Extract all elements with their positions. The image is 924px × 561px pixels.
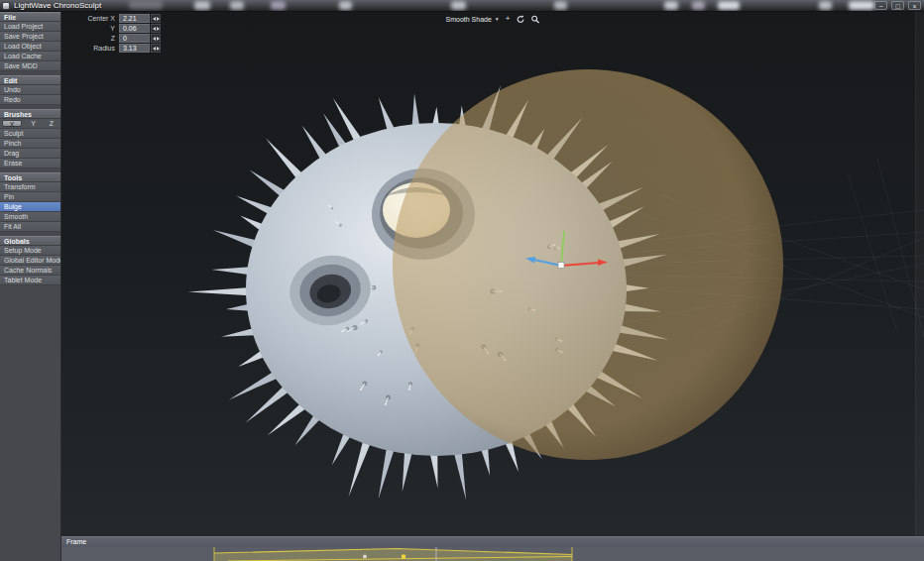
field-label-y: Y (83, 24, 118, 33)
stepper-y[interactable] (151, 24, 161, 33)
chevron-down-icon: ▼ (495, 16, 500, 22)
tool-properties-panel: Center X 2.21 Y 0.06 Z 0 Radius 3.13 (83, 14, 161, 53)
app-icon (2, 2, 10, 10)
section-header-globals: Globals (0, 236, 60, 246)
sidebar-item-smooth[interactable]: Smooth (0, 212, 60, 222)
glass-reflection (230, 1, 244, 10)
shading-mode-label: Smooth Shade (446, 16, 492, 23)
minimize-button[interactable]: − (874, 1, 887, 10)
titlebar: LightWave ChronoSculpt − □ × (0, 0, 924, 12)
axis-button-x[interactable]: X (2, 120, 22, 127)
maximize-button[interactable]: □ (891, 1, 904, 10)
shading-mode-dropdown[interactable]: Smooth Shade ▼ (446, 16, 500, 23)
sidebar-item-load-cache[interactable]: Load Cache (0, 52, 60, 61)
sidebar-item-setup-mode[interactable]: Setup Mode (0, 246, 60, 256)
scene-pufferfish (61, 12, 924, 536)
glass-reflection (849, 1, 874, 10)
sidebar-item-bulge[interactable]: Bulge (0, 202, 60, 212)
window-title: LightWave ChronoSculpt (14, 0, 101, 12)
glass-reflection (339, 1, 352, 10)
field-input-center-x[interactable]: 2.21 (119, 14, 150, 23)
field-input-y[interactable]: 0.06 (119, 24, 150, 33)
field-label-z: Z (83, 34, 118, 43)
sidebar-item-load-object[interactable]: Load Object (0, 42, 60, 52)
sidebar-item-tablet-mode[interactable]: Tablet Mode (0, 276, 60, 285)
glass-reflection (692, 1, 705, 10)
stepper-center-x[interactable] (151, 14, 161, 23)
brush-axis-row: X Y Z (0, 119, 60, 129)
section-header-file: File (0, 12, 60, 22)
zoom-icon[interactable] (530, 15, 539, 24)
sidebar-item-pinch[interactable]: Pinch (0, 139, 60, 149)
sidebar-item-transform[interactable]: Transform (0, 182, 60, 192)
stepper-z[interactable] (151, 34, 161, 43)
glass-reflection (664, 1, 678, 10)
sidebar-item-redo[interactable]: Redo (0, 95, 60, 105)
timeline-key-dot-active[interactable] (402, 554, 405, 558)
sidebar-section-edit: Edit Undo Redo (0, 75, 60, 105)
field-label-center-x: Center X (83, 14, 118, 23)
axis-button-z[interactable]: Z (43, 119, 60, 128)
sidebar: File Load Project Save Project Load Obje… (0, 12, 61, 561)
sidebar-section-globals: Globals Setup Mode Global Editor Mode Ca… (0, 236, 60, 285)
timeline-curve (61, 547, 924, 561)
section-header-tools: Tools (0, 172, 60, 182)
section-header-edit: Edit (0, 75, 60, 85)
glass-reflection (271, 1, 286, 10)
close-button[interactable]: × (908, 1, 921, 10)
orbit-icon[interactable] (516, 15, 524, 24)
field-input-radius[interactable]: 3.13 (119, 44, 150, 53)
sidebar-item-global-editor-mode[interactable]: Global Editor Mode (0, 256, 60, 266)
timeline-strip[interactable] (61, 547, 924, 561)
glass-reflection (718, 1, 740, 10)
sidebar-item-sculpt[interactable]: Sculpt (0, 129, 60, 139)
sidebar-item-cache-normals[interactable]: Cache Normals (0, 266, 60, 276)
sidebar-item-save-mdd[interactable]: Save MDD (0, 61, 60, 71)
stepper-radius[interactable] (151, 44, 161, 53)
glass-reflection (554, 1, 567, 10)
field-label-radius: Radius (83, 44, 118, 53)
window-controls: − □ × (874, 1, 921, 10)
pan-icon[interactable]: + (506, 14, 511, 24)
viewport-scrollbar[interactable] (915, 12, 924, 536)
section-header-brushes: Brushes (0, 109, 60, 119)
glass-reflection (819, 1, 832, 10)
sidebar-item-erase[interactable]: Erase (0, 159, 60, 168)
timeline-key-dot[interactable] (363, 555, 367, 559)
axis-button-y[interactable]: Y (24, 119, 42, 128)
field-input-z[interactable]: 0 (119, 34, 150, 43)
glass-reflection (129, 1, 163, 10)
viewport-3d[interactable]: Center X 2.21 Y 0.06 Z 0 Radius 3.13 Smo… (61, 12, 924, 536)
sidebar-section-tools: Tools Transform Pin Bulge Smooth Fit All (0, 172, 60, 232)
frame-bar: Frame (61, 536, 924, 547)
sidebar-item-load-project[interactable]: Load Project (0, 22, 60, 32)
app-window: LightWave ChronoSculpt − □ × File Load P… (0, 0, 924, 561)
viewport-toolbar: Smooth Shade ▼ + (446, 14, 540, 24)
glass-reflection (194, 1, 210, 10)
glass-reflection (451, 1, 466, 10)
sidebar-section-file: File Load Project Save Project Load Obje… (0, 12, 60, 71)
sidebar-item-undo[interactable]: Undo (0, 85, 60, 95)
sidebar-section-brushes: Brushes X Y Z Sculpt Pinch Drag Erase (0, 109, 60, 168)
sidebar-item-drag[interactable]: Drag (0, 149, 60, 159)
frame-label: Frame (66, 538, 86, 545)
sidebar-item-save-project[interactable]: Save Project (0, 32, 60, 42)
sidebar-item-fit-all[interactable]: Fit All (0, 222, 60, 232)
sidebar-item-pin[interactable]: Pin (0, 192, 60, 202)
